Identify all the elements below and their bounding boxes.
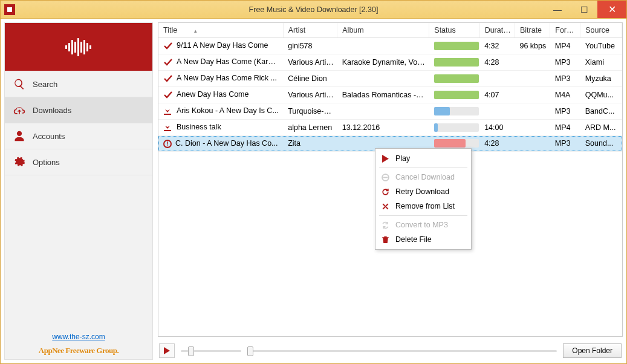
play-button[interactable] — [159, 343, 175, 358]
cell-artist: Turquoise-R... — [283, 103, 337, 120]
svg-rect-0 — [7, 7, 12, 12]
svg-rect-9 — [89, 45, 91, 49]
svg-rect-7 — [83, 40, 85, 54]
check-icon — [163, 41, 173, 51]
svg-rect-6 — [80, 42, 82, 53]
seek-slider[interactable] — [247, 345, 557, 357]
sidebar-item-label: Options — [33, 158, 60, 167]
cell-duration: 4:28 — [479, 136, 515, 152]
download-icon — [163, 106, 173, 116]
app-icon — [4, 4, 15, 15]
cell-album: 13.12.2016 — [337, 120, 429, 136]
cell-title: A New Day Has Come (Karao... — [177, 57, 283, 66]
window-title: Free Music & Video Downloader [2.30] — [1, 5, 626, 14]
cell-album: Karaoke Dynamite, Vol. 23 — [337, 54, 429, 71]
cell-bitrate — [515, 87, 550, 103]
cell-source: Sound... — [580, 136, 622, 152]
cell-status — [429, 120, 479, 136]
minimize-button[interactable]: — — [544, 1, 571, 18]
sidebar-item-label: Search — [33, 80, 57, 89]
titlebar: Free Music & Video Downloader [2.30] — ☐… — [1, 1, 626, 19]
footer-link: www.the-sz.com — [5, 328, 152, 345]
check-icon — [163, 74, 173, 83]
cell-bitrate — [515, 103, 550, 120]
check-icon — [163, 90, 173, 100]
cell-artist: Zita — [283, 136, 337, 152]
cell-source: ARD M... — [580, 120, 622, 136]
cell-source: Myzuka — [580, 71, 622, 87]
cell-bitrate — [515, 54, 550, 71]
svg-rect-2 — [68, 43, 70, 51]
cell-source: BandC... — [580, 103, 622, 120]
sidebar-item-search[interactable]: Search — [5, 71, 152, 97]
cell-source: YouTube — [580, 38, 622, 54]
col-header-format[interactable]: Format — [550, 23, 580, 38]
gear-icon — [13, 156, 25, 168]
error-icon: ! — [163, 140, 172, 148]
sidebar-item-accounts[interactable]: Accounts — [5, 123, 152, 149]
cell-title: 9/11 A New Day Has Come — [177, 41, 268, 50]
col-header-duration[interactable]: Duration — [479, 23, 515, 38]
table-row[interactable]: Anew Day Has ComeVarious ArtistsBaladas … — [158, 87, 622, 103]
account-icon — [13, 130, 25, 142]
sidebar-item-downloads[interactable]: Downloads — [5, 97, 152, 123]
cell-album — [337, 71, 429, 87]
cloud-download-icon — [13, 104, 25, 116]
cell-source: Xiami — [580, 54, 622, 71]
website-link[interactable]: www.the-sz.com — [52, 333, 105, 341]
sidebar: Search Downloads Accounts Options www.th… — [4, 22, 153, 360]
cell-status — [429, 87, 479, 103]
cell-album: Baladas Romanticas - In... — [337, 87, 429, 103]
col-header-source[interactable]: Source — [580, 23, 622, 38]
menu-play[interactable]: Play — [375, 151, 471, 166]
open-folder-button[interactable]: Open Folder — [563, 343, 622, 358]
cell-duration: 4:07 — [479, 87, 515, 103]
col-header-album[interactable]: Album — [337, 23, 429, 38]
col-header-artist[interactable]: Artist — [283, 23, 337, 38]
cell-bitrate — [515, 120, 550, 136]
volume-slider[interactable] — [181, 345, 241, 357]
cell-artist: gini578 — [283, 38, 337, 54]
cell-status — [429, 103, 479, 120]
cell-title: Aris Kokou - A New Day Is C... — [177, 106, 279, 115]
svg-rect-3 — [71, 40, 73, 54]
download-icon — [163, 123, 173, 132]
cell-artist: Céline Dion — [283, 71, 337, 87]
cell-title: C. Dion - A New Day Has Co... — [175, 139, 278, 148]
brand-logo — [5, 23, 152, 71]
cell-bitrate — [515, 71, 550, 87]
maximize-button[interactable]: ☐ — [571, 1, 597, 18]
play-icon — [164, 347, 170, 354]
cancel-icon — [382, 174, 389, 181]
col-header-bitrate[interactable]: Bitrate — [515, 23, 550, 38]
table-row[interactable]: Business talkalpha Lernen13.12.201614:00… — [158, 120, 622, 136]
cell-format: MP3 — [550, 136, 580, 152]
svg-rect-8 — [86, 43, 88, 51]
col-header-title[interactable]: Title▴ — [158, 23, 283, 38]
menu-convert-mp3: Convert to MP3 — [375, 218, 471, 232]
sort-asc-icon: ▴ — [194, 28, 197, 34]
footer-brand: AppNee Freeware Group. — [5, 345, 152, 359]
cell-status — [429, 38, 479, 54]
close-button[interactable]: ✕ — [597, 1, 626, 18]
menu-cancel-download: Cancel Download — [375, 170, 471, 184]
cell-bitrate — [515, 136, 550, 152]
cell-format: M4A — [550, 87, 580, 103]
menu-remove-from-list[interactable]: Remove from List — [375, 199, 471, 213]
cell-duration — [479, 103, 515, 120]
menu-delete-file[interactable]: Delete File — [375, 232, 471, 247]
cell-format: MP4 — [550, 38, 580, 54]
table-row[interactable]: A New Day Has Come Rick ...Céline DionMP… — [158, 71, 622, 87]
table-row[interactable]: A New Day Has Come (Karao...Various Arti… — [158, 54, 622, 71]
col-header-status[interactable]: Status — [429, 23, 479, 38]
menu-retry-download[interactable]: Retry Download — [375, 184, 471, 199]
table-row[interactable]: 9/11 A New Day Has Comegini5784:3296 kbp… — [158, 38, 622, 54]
cell-artist: Various Artists — [283, 54, 337, 71]
table-row[interactable]: Aris Kokou - A New Day Is C...Turquoise-… — [158, 103, 622, 120]
sidebar-item-options[interactable]: Options — [5, 149, 152, 175]
remove-icon — [382, 203, 389, 210]
sidebar-item-label: Accounts — [33, 132, 65, 141]
cell-format: MP3 — [550, 54, 580, 71]
cell-bitrate: 96 kbps — [515, 38, 550, 54]
search-icon — [13, 78, 25, 90]
